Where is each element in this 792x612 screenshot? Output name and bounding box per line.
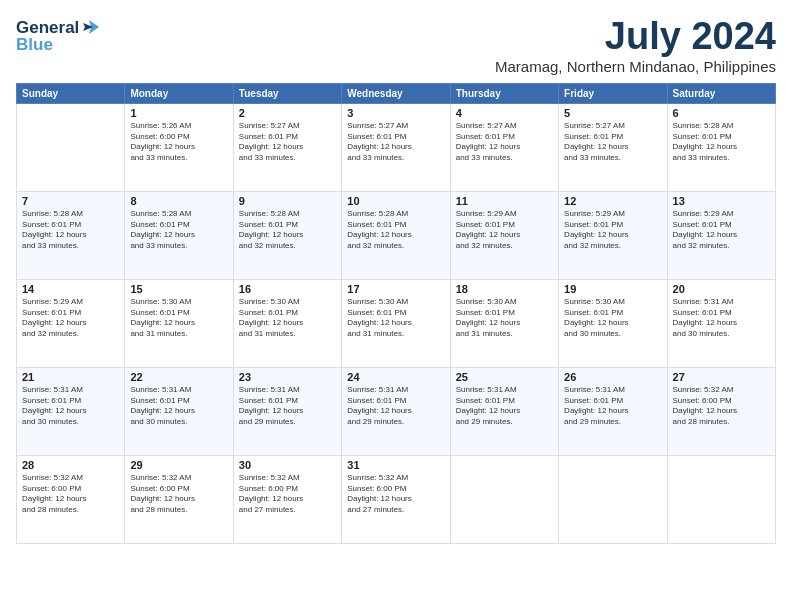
day-number: 24 [347, 371, 444, 383]
calendar-cell: 11Sunrise: 5:29 AM Sunset: 6:01 PM Dayli… [450, 191, 558, 279]
week-row-4: 21Sunrise: 5:31 AM Sunset: 6:01 PM Dayli… [17, 367, 776, 455]
day-number: 2 [239, 107, 336, 119]
calendar-cell: 28Sunrise: 5:32 AM Sunset: 6:00 PM Dayli… [17, 455, 125, 543]
calendar-cell: 30Sunrise: 5:32 AM Sunset: 6:00 PM Dayli… [233, 455, 341, 543]
day-number: 25 [456, 371, 553, 383]
day-number: 26 [564, 371, 661, 383]
day-info: Sunrise: 5:29 AM Sunset: 6:01 PM Dayligh… [564, 209, 661, 252]
day-number: 30 [239, 459, 336, 471]
day-info: Sunrise: 5:31 AM Sunset: 6:01 PM Dayligh… [673, 297, 770, 340]
day-info: Sunrise: 5:31 AM Sunset: 6:01 PM Dayligh… [564, 385, 661, 428]
day-number: 29 [130, 459, 227, 471]
calendar-cell: 25Sunrise: 5:31 AM Sunset: 6:01 PM Dayli… [450, 367, 558, 455]
day-number: 18 [456, 283, 553, 295]
day-number: 12 [564, 195, 661, 207]
day-info: Sunrise: 5:28 AM Sunset: 6:01 PM Dayligh… [130, 209, 227, 252]
day-number: 23 [239, 371, 336, 383]
logo: General Blue [16, 16, 103, 53]
page: General Blue July 2024 Maramag, Northern… [0, 0, 792, 612]
day-number: 4 [456, 107, 553, 119]
calendar-cell: 12Sunrise: 5:29 AM Sunset: 6:01 PM Dayli… [559, 191, 667, 279]
calendar-cell: 5Sunrise: 5:27 AM Sunset: 6:01 PM Daylig… [559, 103, 667, 191]
calendar-cell: 26Sunrise: 5:31 AM Sunset: 6:01 PM Dayli… [559, 367, 667, 455]
day-number: 22 [130, 371, 227, 383]
day-info: Sunrise: 5:28 AM Sunset: 6:01 PM Dayligh… [673, 121, 770, 164]
day-number: 14 [22, 283, 119, 295]
week-row-3: 14Sunrise: 5:29 AM Sunset: 6:01 PM Dayli… [17, 279, 776, 367]
calendar-cell: 2Sunrise: 5:27 AM Sunset: 6:01 PM Daylig… [233, 103, 341, 191]
location-title: Maramag, Northern Mindanao, Philippines [495, 58, 776, 75]
day-number: 13 [673, 195, 770, 207]
month-title: July 2024 [495, 16, 776, 58]
day-number: 31 [347, 459, 444, 471]
day-info: Sunrise: 5:32 AM Sunset: 6:00 PM Dayligh… [673, 385, 770, 428]
day-info: Sunrise: 5:27 AM Sunset: 6:01 PM Dayligh… [564, 121, 661, 164]
day-info: Sunrise: 5:32 AM Sunset: 6:00 PM Dayligh… [130, 473, 227, 516]
day-info: Sunrise: 5:28 AM Sunset: 6:01 PM Dayligh… [22, 209, 119, 252]
day-info: Sunrise: 5:30 AM Sunset: 6:01 PM Dayligh… [456, 297, 553, 340]
col-header-monday: Monday [125, 83, 233, 103]
col-header-friday: Friday [559, 83, 667, 103]
day-number: 27 [673, 371, 770, 383]
day-info: Sunrise: 5:31 AM Sunset: 6:01 PM Dayligh… [456, 385, 553, 428]
calendar-cell: 23Sunrise: 5:31 AM Sunset: 6:01 PM Dayli… [233, 367, 341, 455]
day-info: Sunrise: 5:29 AM Sunset: 6:01 PM Dayligh… [673, 209, 770, 252]
day-info: Sunrise: 5:32 AM Sunset: 6:00 PM Dayligh… [239, 473, 336, 516]
day-number: 16 [239, 283, 336, 295]
calendar-cell: 27Sunrise: 5:32 AM Sunset: 6:00 PM Dayli… [667, 367, 775, 455]
col-header-tuesday: Tuesday [233, 83, 341, 103]
title-block: July 2024 Maramag, Northern Mindanao, Ph… [495, 16, 776, 75]
calendar-cell: 16Sunrise: 5:30 AM Sunset: 6:01 PM Dayli… [233, 279, 341, 367]
calendar-cell: 31Sunrise: 5:32 AM Sunset: 6:00 PM Dayli… [342, 455, 450, 543]
day-info: Sunrise: 5:31 AM Sunset: 6:01 PM Dayligh… [347, 385, 444, 428]
calendar-cell [450, 455, 558, 543]
week-row-2: 7Sunrise: 5:28 AM Sunset: 6:01 PM Daylig… [17, 191, 776, 279]
calendar-cell: 15Sunrise: 5:30 AM Sunset: 6:01 PM Dayli… [125, 279, 233, 367]
day-number: 8 [130, 195, 227, 207]
calendar-cell: 13Sunrise: 5:29 AM Sunset: 6:01 PM Dayli… [667, 191, 775, 279]
day-number: 5 [564, 107, 661, 119]
day-info: Sunrise: 5:30 AM Sunset: 6:01 PM Dayligh… [239, 297, 336, 340]
logo-general: General [16, 19, 79, 36]
calendar-cell: 18Sunrise: 5:30 AM Sunset: 6:01 PM Dayli… [450, 279, 558, 367]
logo-blue: Blue [16, 36, 53, 53]
day-info: Sunrise: 5:29 AM Sunset: 6:01 PM Dayligh… [456, 209, 553, 252]
day-info: Sunrise: 5:28 AM Sunset: 6:01 PM Dayligh… [239, 209, 336, 252]
day-info: Sunrise: 5:27 AM Sunset: 6:01 PM Dayligh… [347, 121, 444, 164]
day-info: Sunrise: 5:26 AM Sunset: 6:00 PM Dayligh… [130, 121, 227, 164]
day-info: Sunrise: 5:30 AM Sunset: 6:01 PM Dayligh… [564, 297, 661, 340]
calendar-cell: 19Sunrise: 5:30 AM Sunset: 6:01 PM Dayli… [559, 279, 667, 367]
calendar-cell: 24Sunrise: 5:31 AM Sunset: 6:01 PM Dayli… [342, 367, 450, 455]
day-number: 11 [456, 195, 553, 207]
calendar-cell: 10Sunrise: 5:28 AM Sunset: 6:01 PM Dayli… [342, 191, 450, 279]
header: General Blue July 2024 Maramag, Northern… [16, 16, 776, 75]
day-number: 19 [564, 283, 661, 295]
day-info: Sunrise: 5:28 AM Sunset: 6:01 PM Dayligh… [347, 209, 444, 252]
day-info: Sunrise: 5:31 AM Sunset: 6:01 PM Dayligh… [22, 385, 119, 428]
day-info: Sunrise: 5:32 AM Sunset: 6:00 PM Dayligh… [22, 473, 119, 516]
calendar-cell: 29Sunrise: 5:32 AM Sunset: 6:00 PM Dayli… [125, 455, 233, 543]
day-number: 3 [347, 107, 444, 119]
calendar-cell: 1Sunrise: 5:26 AM Sunset: 6:00 PM Daylig… [125, 103, 233, 191]
week-row-1: 1Sunrise: 5:26 AM Sunset: 6:00 PM Daylig… [17, 103, 776, 191]
day-number: 17 [347, 283, 444, 295]
calendar-cell [17, 103, 125, 191]
day-number: 21 [22, 371, 119, 383]
day-info: Sunrise: 5:27 AM Sunset: 6:01 PM Dayligh… [239, 121, 336, 164]
calendar-cell [559, 455, 667, 543]
calendar-cell [667, 455, 775, 543]
day-number: 10 [347, 195, 444, 207]
calendar-cell: 7Sunrise: 5:28 AM Sunset: 6:01 PM Daylig… [17, 191, 125, 279]
day-info: Sunrise: 5:31 AM Sunset: 6:01 PM Dayligh… [130, 385, 227, 428]
col-header-saturday: Saturday [667, 83, 775, 103]
col-header-sunday: Sunday [17, 83, 125, 103]
day-info: Sunrise: 5:30 AM Sunset: 6:01 PM Dayligh… [347, 297, 444, 340]
day-number: 15 [130, 283, 227, 295]
day-info: Sunrise: 5:31 AM Sunset: 6:01 PM Dayligh… [239, 385, 336, 428]
logo-bird-icon [81, 16, 103, 38]
col-header-wednesday: Wednesday [342, 83, 450, 103]
calendar-cell: 4Sunrise: 5:27 AM Sunset: 6:01 PM Daylig… [450, 103, 558, 191]
day-number: 1 [130, 107, 227, 119]
calendar-cell: 20Sunrise: 5:31 AM Sunset: 6:01 PM Dayli… [667, 279, 775, 367]
week-row-5: 28Sunrise: 5:32 AM Sunset: 6:00 PM Dayli… [17, 455, 776, 543]
